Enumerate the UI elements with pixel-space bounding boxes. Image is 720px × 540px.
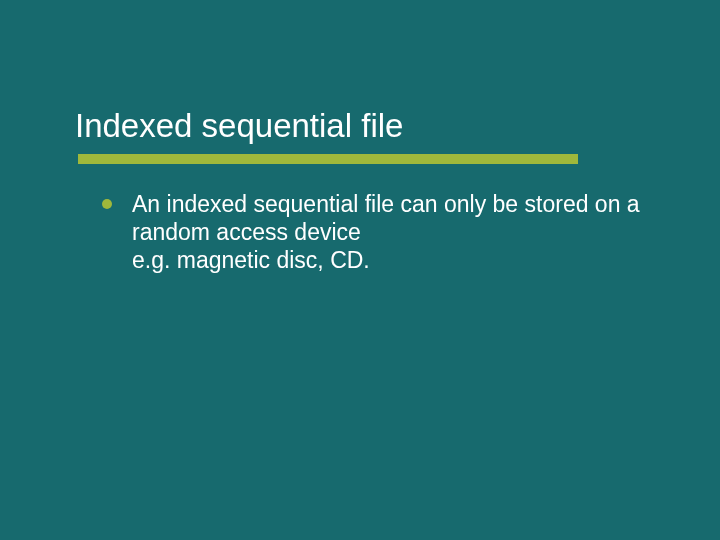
- title-block: Indexed sequential file: [75, 108, 665, 144]
- slide: Indexed sequential file An indexed seque…: [0, 0, 720, 540]
- bullet-icon: [102, 199, 112, 209]
- content-area: An indexed sequential file can only be s…: [102, 190, 657, 274]
- bullet-item: An indexed sequential file can only be s…: [102, 190, 657, 274]
- bullet-text: An indexed sequential file can only be s…: [132, 190, 657, 274]
- title-underline: [78, 154, 578, 164]
- slide-title: Indexed sequential file: [75, 108, 665, 144]
